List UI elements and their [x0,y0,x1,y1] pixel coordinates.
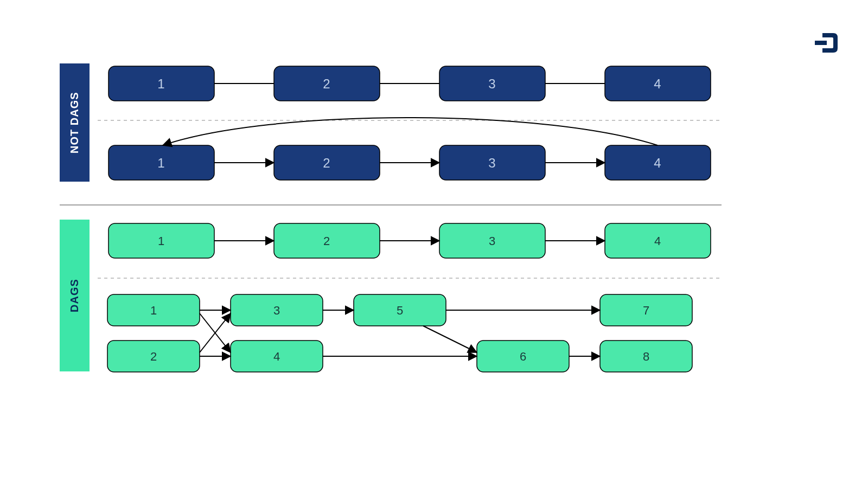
node-label: 7 [643,304,649,317]
dags-row-2: 1 2 3 4 5 6 7 8 [107,294,692,372]
edge [423,326,477,352]
node-label: 1 [158,234,164,248]
dags-row-1: 1 2 3 4 [108,223,711,258]
node-label: 3 [488,76,495,91]
node-label: 2 [323,156,330,170]
node-label: 1 [150,304,157,317]
node-label: 3 [489,234,495,248]
slide: NOT DAGS DAGS 1 2 3 4 [0,0,868,488]
node-label: 8 [643,350,649,363]
node-label: 3 [488,156,495,170]
node-label: 2 [150,350,157,363]
node-label: 2 [323,234,330,248]
diagram-canvas: 1 2 3 4 1 2 3 4 [0,0,868,488]
node-label: 3 [273,304,280,317]
edge-back [163,118,658,145]
node-label: 4 [654,76,661,91]
node-label: 5 [397,304,403,317]
not-dags-row-1: 1 2 3 4 [108,66,711,101]
node-label: 4 [273,350,280,363]
node-label: 4 [654,234,661,248]
node-label: 1 [157,156,164,170]
node-label: 1 [157,76,164,91]
node-label: 2 [323,76,330,91]
node-label: 6 [520,350,526,363]
node-label: 4 [654,156,661,170]
not-dags-row-2: 1 2 3 4 [108,118,711,180]
